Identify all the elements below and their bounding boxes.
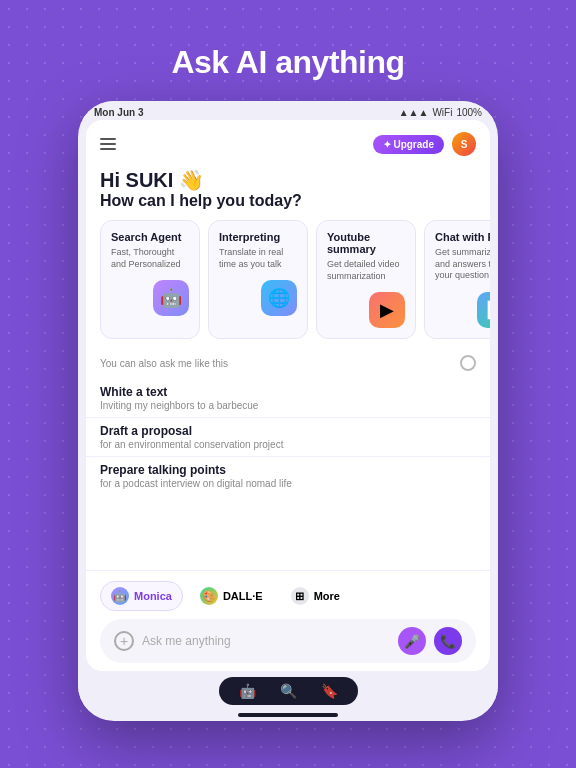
plus-icon[interactable]: + [114, 631, 134, 651]
hamburger-menu[interactable] [100, 138, 116, 150]
app-topbar: ✦ Upgrade S [86, 120, 490, 164]
phone-icon[interactable]: 📞 [434, 627, 462, 655]
app-content: ✦ Upgrade S Hi SUKI 👋 How can I help you… [86, 120, 490, 570]
home-indicator [238, 713, 338, 717]
feature-card-youtube-title: Youtube summary [327, 231, 405, 255]
signal-indicator: ▲▲▲ [399, 107, 429, 118]
mic-icon[interactable]: 🎤 [398, 627, 426, 655]
more-tab-label: More [314, 590, 340, 602]
page-title: Ask AI anything [171, 44, 404, 81]
suggestion-title-3: Prepare talking points [100, 463, 476, 477]
feature-card-interpret[interactable]: Interpreting Translate in real time as y… [208, 220, 308, 339]
dalle-tab-label: DALL·E [223, 590, 263, 602]
suggestion-desc-2: for an environmental conservation projec… [100, 439, 476, 450]
feature-card-interpret-desc: Translate in real time as you talk [219, 247, 297, 270]
search-input-row: + Ask me anything 🎤 📞 [100, 619, 476, 663]
suggestion-item-2[interactable]: Draft a proposal for an environmental co… [86, 418, 490, 457]
suggestion-title-2: Draft a proposal [100, 424, 476, 438]
bottom-bar: 🤖 Monica 🎨 DALL·E ⊞ More + Ask me anythi… [86, 570, 490, 671]
battery-indicator: 100% [456, 107, 482, 118]
suggestion-item-3[interactable]: Prepare talking points for a podcast int… [86, 457, 490, 495]
feature-card-pdf[interactable]: Chat with PDF Get summarization and answ… [424, 220, 490, 339]
dalle-icon: 🎨 [200, 587, 218, 605]
greeting-section: Hi SUKI 👋 How can I help you today? [86, 164, 490, 220]
refresh-icon[interactable] [460, 355, 476, 371]
feature-card-search-icon: 🤖 [153, 280, 189, 316]
monica-tab-label: Monica [134, 590, 172, 602]
suggestions-header: You can also ask me like this [86, 351, 490, 379]
suggestion-item-1[interactable]: White a text Inviting my neighbors to a … [86, 379, 490, 418]
feature-card-search[interactable]: Search Agent Fast, Thorought and Persona… [100, 220, 200, 339]
ai-tab-monica[interactable]: 🤖 Monica [100, 581, 183, 611]
monica-icon: 🤖 [111, 587, 129, 605]
wifi-indicator: WiFi [432, 107, 452, 118]
ai-tab-dalle[interactable]: 🎨 DALL·E [189, 581, 274, 611]
feature-card-youtube[interactable]: Youtube summary Get detailed video summa… [316, 220, 416, 339]
nav-search[interactable]: 🔍 [280, 683, 297, 699]
ai-tabs-row: 🤖 Monica 🎨 DALL·E ⊞ More [100, 581, 476, 611]
feature-card-interpret-icon: 🌐 [261, 280, 297, 316]
status-time: Mon Jun 3 [94, 107, 143, 118]
status-bar: Mon Jun 3 ▲▲▲ WiFi 100% [78, 101, 498, 120]
nav-home[interactable]: 🤖 [239, 683, 256, 699]
feature-card-search-title: Search Agent [111, 231, 189, 243]
greeting-subtitle: How can I help you today? [100, 192, 476, 210]
ai-tab-more[interactable]: ⊞ More [280, 581, 351, 611]
more-icon: ⊞ [291, 587, 309, 605]
suggestions-label: You can also ask me like this [100, 358, 228, 369]
upgrade-button[interactable]: ✦ Upgrade [373, 135, 444, 154]
feature-card-interpret-title: Interpreting [219, 231, 297, 243]
feature-card-youtube-desc: Get detailed video summarization [327, 259, 405, 282]
feature-card-pdf-icon: 📄 [477, 292, 490, 328]
suggestion-desc-1: Inviting my neighbors to a barbecue [100, 400, 476, 411]
feature-cards-row: Search Agent Fast, Thorought and Persona… [86, 220, 490, 351]
greeting-name: Hi SUKI 👋 [100, 168, 476, 192]
suggestion-desc-3: for a podcast interview on digital nomad… [100, 478, 476, 489]
avatar[interactable]: S [452, 132, 476, 156]
feature-card-pdf-desc: Get summarization and answers to your qu… [435, 247, 490, 282]
suggestion-title-1: White a text [100, 385, 476, 399]
nav-bookmark[interactable]: 🔖 [321, 683, 338, 699]
feature-card-search-desc: Fast, Thorought and Personalized [111, 247, 189, 270]
search-placeholder[interactable]: Ask me anything [142, 634, 390, 648]
feature-card-pdf-title: Chat with PDF [435, 231, 490, 243]
status-indicators: ▲▲▲ WiFi 100% [399, 107, 482, 118]
nav-pill: 🤖 🔍 🔖 [219, 677, 358, 705]
phone-frame: Mon Jun 3 ▲▲▲ WiFi 100% ✦ Upgrade S Hi S… [78, 101, 498, 721]
phone-nav: 🤖 🔍 🔖 [78, 671, 498, 709]
feature-card-youtube-icon: ▶ [369, 292, 405, 328]
topbar-right: ✦ Upgrade S [373, 132, 476, 156]
